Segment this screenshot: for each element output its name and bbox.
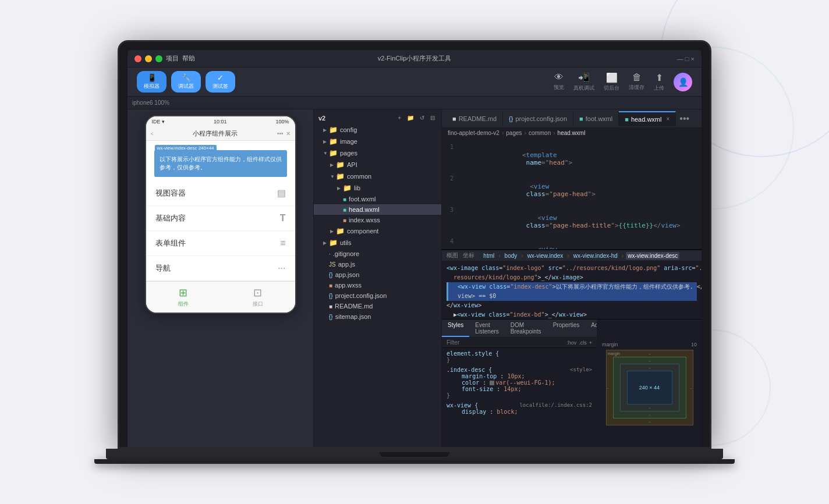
line-content-3[interactable]: <view class="page-head-title">{{title}}<… [460,207,681,237]
nav-item-3[interactable]: 表单组件 ≡ [146,231,295,256]
tree-item-image[interactable]: ▶ 📁 image [314,136,441,147]
styles-source-2[interactable]: localfile:/.index.css:2 [519,402,592,408]
tree-item-index-wxss[interactable]: ■ index.wxss [314,215,441,225]
phone-battery: 100% [275,119,289,125]
styles-val-fontsize[interactable]: 14px; [504,386,521,392]
user-avatar[interactable]: 👤 [674,73,692,91]
window-max-btn[interactable] [155,55,162,62]
devtools-bottom: Styles Event Listeners DOM Breakpoints P… [442,319,702,447]
file-icon-appwxss: ■ [329,282,332,289]
filter-btn-hov[interactable]: :hov [566,340,576,346]
action-clear-cache[interactable]: 🗑 清缓存 [629,72,644,91]
styles-prop-display[interactable]: display [462,409,486,415]
nav-item-4[interactable]: 导航 ··· [146,256,295,281]
bm-margin-left-val: - [607,385,609,390]
html-el-html[interactable]: html [481,252,496,260]
btn-debugger[interactable]: 🔧 调试器 [171,71,201,93]
panel-tab-props[interactable]: Properties [547,320,586,337]
html-el-wxview-index[interactable]: wx-view.index [526,252,565,260]
styles-indent-4 [451,409,458,415]
tab-readme[interactable]: ■ README.md [447,112,503,126]
phone-app-title: 小程序组件展示 [193,129,238,138]
tree-item-lib[interactable]: ▶ 📁 lib [314,182,441,194]
nav-item-2[interactable]: 基础内容 T [146,206,295,231]
tree-item-pages[interactable]: ▼ 📁 pages [314,147,441,159]
styles-content: element.style { } .index-desc { <style> … [442,348,597,447]
phone-dots[interactable]: ••• [277,130,284,137]
tree-item-utils[interactable]: ▶ 📁 utils [314,237,441,249]
styles-prop-margin[interactable]: margin-top [462,373,497,379]
tree-item-api[interactable]: ▶ 📁 API [314,159,441,171]
tab-more-btn[interactable]: ••• [676,113,693,124]
tab-close-head[interactable]: × [666,116,669,122]
html-line-1: <wx-image class="index-logo" src="../res… [447,264,697,273]
styles-val-display[interactable]: block; [497,409,518,415]
tree-arrow-pages: ▼ [323,151,329,156]
tree-item-appjs[interactable]: JS app.js [314,259,441,269]
folder-icon-api: 📁 [336,161,345,169]
tree-item-component[interactable]: ▶ 📁 component [314,225,441,237]
api-nav-icon: ⊡ [253,286,262,299]
action-real-device[interactable]: 📲 真机调试 [573,72,594,92]
line-content-4[interactable]: <view class="page-head-line"></view> [460,238,642,249]
laptop-base [106,449,723,459]
filter-btn-cls[interactable]: .cls [579,340,587,346]
panel-tab-dom[interactable]: DOM Breakpoints [505,320,547,337]
filter-btn-plus[interactable]: + [589,340,592,346]
html-el-wxview-desc[interactable]: wx-view.index-desc [626,252,679,260]
btn-test[interactable]: ✓ 测试签 [206,71,235,93]
nav-item-3-label: 表单组件 [155,238,186,249]
panel-tab-events[interactable]: Event Listeners [469,320,505,337]
tree-item-appwxss[interactable]: ■ app.wxss [314,280,441,290]
styles-filter-input[interactable] [447,339,563,346]
menu-project[interactable]: 项目 [166,54,179,63]
tree-arrow-common: ▼ [330,174,336,179]
tree-item-sitemap[interactable]: {} sitemap.json [314,311,441,322]
tree-item-foot-wxml[interactable]: ■ foot.wxml [314,194,441,204]
avatar-icon: 👤 [678,77,688,87]
tree-label-sitemap: sitemap.json [335,313,371,320]
html-el-wxview-hd[interactable]: wx-view.index-hd [572,252,619,260]
toolbar-left: 📱 模拟器 🔧 调试器 ✓ 测试签 [137,71,235,93]
tab-foot-wxml[interactable]: ■ foot.wxml [573,112,619,126]
tree-item-projectconfig[interactable]: {} project.config.json [314,290,441,301]
styles-val-margin[interactable]: 10px; [507,373,525,379]
action-preview[interactable]: 👁 预览 [554,72,564,91]
phone-back[interactable]: < [151,131,154,137]
file-explorer-title: v2 [318,115,325,122]
refresh-btn[interactable]: ↺ [418,114,426,122]
tree-item-gitignore[interactable]: · .gitignore [314,249,441,259]
phone-bottom-item-api[interactable]: ⊡ 接口 [221,282,295,313]
btn-simulator[interactable]: 📱 模拟器 [137,71,166,93]
tree-item-appjson[interactable]: {} app.json [314,269,441,280]
tree-item-readme[interactable]: ■ README.md [314,301,441,311]
window-close-btn[interactable] [134,55,141,62]
tab-projectconfig[interactable]: {} project.config.json [503,112,573,126]
panel-tab-styles[interactable]: Styles [442,320,469,337]
nav-item-1[interactable]: 视图容器 ▤ [146,180,295,206]
menu-help[interactable]: 帮助 [182,54,195,63]
tab-head-wxml[interactable]: ■ head.wxml × [619,111,676,126]
window-min-btn[interactable] [145,55,152,62]
styles-prop-fontsize[interactable]: font-size [462,386,493,392]
styles-filter-btns: :hov .cls + [566,340,592,346]
new-file-btn[interactable]: + [396,114,403,122]
action-cut-bg[interactable]: ⬜ 切后台 [604,72,619,92]
panel-tab-access[interactable]: Accessibility [585,320,597,337]
html-el-body[interactable]: body [503,252,519,260]
styles-val-color[interactable]: var(--weui-FG-1); [490,379,555,386]
line-content-2[interactable]: <view class="page-head"> [460,175,596,205]
tree-item-common[interactable]: ▼ 📁 common [314,171,441,182]
line-content-1[interactable]: <template name="head"> [460,144,572,174]
phone-element-label: wx-view.index-desc 240×44 [155,145,217,151]
phone-close[interactable]: ✕ [286,130,290,137]
action-upload[interactable]: ⬆ 上传 [654,72,664,92]
styles-source-1: <style> [570,367,592,372]
phone-bottom-item-component[interactable]: ⊞ 组件 [146,282,221,313]
tree-item-config[interactable]: ▶ 📁 config [314,124,441,136]
styles-prop-color[interactable]: color [462,379,479,386]
tree-item-head-wxml[interactable]: ■ head.wxml [314,204,441,215]
folder-icon-lib: 📁 [343,184,352,192]
new-folder-btn[interactable]: 📁 [405,114,416,122]
collapse-btn[interactable]: ⊟ [428,114,437,122]
